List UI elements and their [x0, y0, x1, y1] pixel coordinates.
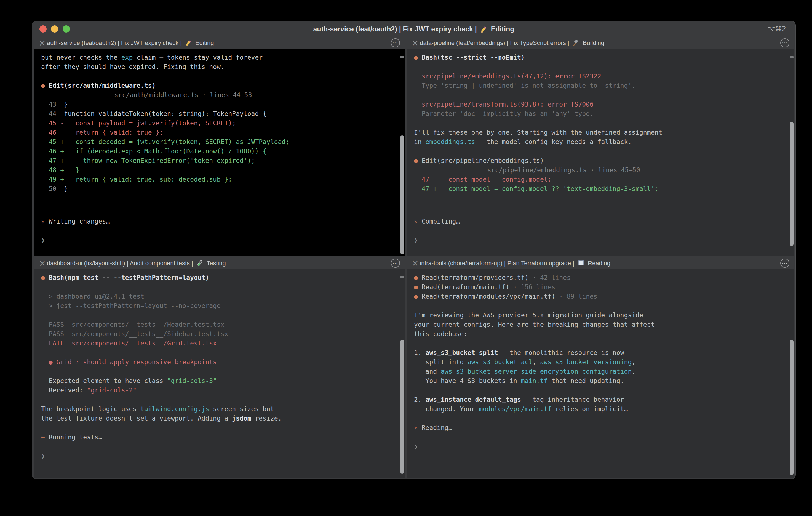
blank-line — [414, 432, 794, 442]
zoom-window-button[interactable] — [63, 25, 70, 33]
terminal-line: PASS src/components/__tests__/Header.tes… — [41, 320, 405, 329]
terminal-line: 47 - const model = config.model; — [414, 175, 794, 184]
blank-line — [41, 282, 405, 292]
terminal-line: ● Edit(src/pipeline/embeddings.ts) — [414, 156, 794, 165]
terminal-line: and aws_s3_bucket_server_side_encryption… — [414, 367, 794, 376]
terminal-line: > jest --testPathPattern=layout --no-cov… — [41, 301, 405, 310]
terminal-line: Expected element to have class "grid-col… — [41, 376, 405, 385]
terminal-line: I'll fix these one by one. Starting with… — [414, 128, 794, 137]
terminal-line: 45 + const decoded = jwt.verify(token, S… — [41, 137, 405, 146]
terminal-content[interactable]: ● Read(terraform/providers.tf) · 42 line… — [407, 269, 794, 478]
window-title: auth-service (feat/oauth2) | Fix JWT exp… — [32, 25, 795, 33]
options-icon[interactable]: ··· — [780, 259, 789, 268]
window-titlebar[interactable]: auth-service (feat/oauth2) | Fix JWT exp… — [32, 21, 795, 37]
options-icon[interactable]: ··· — [780, 38, 789, 48]
pane-tab-title: dashboard-ui (fix/layout-shift) | Audit … — [47, 260, 226, 267]
terminal-line: 44 function validateToken(token: string)… — [41, 109, 405, 118]
terminal-line: ● Bash(tsc --strict --noEmit) — [414, 53, 794, 62]
close-pane-icon[interactable]: × — [37, 259, 47, 267]
terminal-line: FAIL src/components/__tests__/Grid.test.… — [41, 339, 405, 348]
terminal-line: PASS src/components/__tests__/Sidebar.te… — [41, 329, 405, 339]
blank-line — [414, 90, 794, 99]
terminal-line: 47 + const model = config.model ?? 'text… — [414, 184, 794, 194]
window-shortcut: ⌥⌘2 — [767, 21, 786, 37]
scrollbar-thumb[interactable] — [400, 136, 404, 254]
book-icon — [578, 260, 584, 266]
test-tube-icon — [196, 260, 203, 266]
terminal-line: this codebase: — [414, 329, 794, 339]
close-pane-icon[interactable]: × — [410, 39, 420, 47]
pane-tab-title: auth-service (feat/oauth2) | Fix JWT exp… — [47, 39, 214, 47]
scrollbar-thumb[interactable] — [790, 122, 793, 246]
terminal-line: after they should have expired. Fixing t… — [41, 62, 405, 71]
blank-line — [414, 226, 794, 235]
pane-tab-title: infra-tools (chore/terraform-up) | Plan … — [420, 260, 610, 267]
close-window-button[interactable] — [39, 25, 47, 33]
blank-line — [41, 71, 405, 81]
options-icon[interactable]: ··· — [391, 259, 400, 268]
tab-infra-tools[interactable]: × infra-tools (chore/terraform-up) | Pla… — [407, 257, 794, 269]
terminal-line: The breakpoint logic uses tailwind.confi… — [41, 404, 405, 413]
minimize-window-button[interactable] — [51, 25, 58, 33]
pane-tab-title: data-pipeline (feat/embeddings) | Fix Ty… — [420, 39, 604, 47]
blank-line — [41, 395, 405, 404]
terminal-line: split into aws_s3_bucket_acl, aws_s3_buc… — [414, 357, 794, 367]
terminal-line: 46 - return { valid: true }; — [41, 128, 405, 137]
pane-dashboard-ui: × dashboard-ui (fix/layout-shift) | Audi… — [34, 257, 405, 478]
prompt-line[interactable]: ❯ — [41, 235, 405, 245]
pane-infra-tools: × infra-tools (chore/terraform-up) | Pla… — [407, 257, 794, 478]
terminal-line: ● Edit(src/auth/middleware.ts) — [41, 81, 405, 90]
terminal-line: 49 + return { valid: true, sub: decoded.… — [41, 175, 405, 184]
terminal-content[interactable]: ● Bash(npm test -- --testPathPattern=lay… — [34, 269, 405, 478]
scrollbar-mark — [790, 56, 793, 58]
blank-line — [41, 207, 405, 217]
prompt-line[interactable]: ❯ — [414, 235, 794, 245]
blank-line — [414, 385, 794, 395]
tab-data-pipeline[interactable]: × data-pipeline (feat/embeddings) | Fix … — [407, 37, 794, 49]
terminal-line: ● Bash(npm test -- --testPathPattern=lay… — [41, 273, 405, 282]
scrollbar-mark — [400, 56, 404, 58]
terminal-line: I'm reviewing the AWS provider 5.x migra… — [414, 310, 794, 320]
terminal-line: ● Grid › should apply responsive breakpo… — [41, 357, 405, 367]
blank-line — [41, 442, 405, 451]
terminal-line: ● Read(terraform/main.tf) · 156 lines — [414, 282, 794, 292]
terminal-line: 1. aws_s3_bucket split — the monolithic … — [414, 348, 794, 357]
tab-dashboard-ui[interactable]: × dashboard-ui (fix/layout-shift) | Audi… — [34, 257, 405, 269]
blank-line — [414, 118, 794, 128]
close-pane-icon[interactable]: × — [410, 259, 420, 267]
blank-line — [41, 367, 405, 376]
diff-header-divider: src/pipeline/embeddings.ts · lines 45–50 — [414, 165, 745, 175]
tab-auth-service[interactable]: × auth-service (feat/oauth2) | Fix JWT e… — [34, 37, 405, 49]
window-title-status: Editing — [491, 25, 514, 33]
blank-line — [41, 226, 405, 235]
terminal-content[interactable]: ● Bash(tsc --strict --noEmit) src/pipeli… — [407, 49, 794, 256]
pane-data-pipeline: × data-pipeline (feat/embeddings) | Fix … — [407, 37, 794, 256]
prompt-line[interactable]: ❯ — [414, 442, 794, 451]
terminal-line: > dashboard-ui@2.4.1 test — [41, 292, 405, 301]
terminal-content[interactable]: but never checks the exp claim — tokens … — [34, 49, 405, 256]
terminal-line: 46 + if (decoded.exp < Math.floor(Date.n… — [41, 146, 405, 156]
blank-line — [414, 413, 794, 423]
hammer-icon — [573, 39, 579, 46]
scrollbar-mark — [400, 276, 404, 279]
window-title-text: auth-service (feat/oauth2) | Fix JWT exp… — [313, 25, 476, 33]
terminal-line: 2. aws_instance default_tags — tag inher… — [414, 395, 794, 404]
scrollbar-thumb[interactable] — [790, 340, 793, 475]
prompt-line[interactable]: ❯ — [41, 451, 405, 461]
terminal-line: your current configs. Here are the break… — [414, 320, 794, 329]
close-pane-icon[interactable]: × — [37, 39, 47, 47]
blank-line — [414, 301, 794, 310]
traffic-lights — [39, 21, 70, 37]
terminal-line: changed. Your modules/vpc/main.tf relies… — [414, 404, 794, 413]
scrollbar-thumb[interactable] — [400, 340, 404, 474]
terminal-line: the test fixture doesn't set a viewport.… — [41, 413, 405, 423]
terminal-line: ● Read(terraform/modules/vpc/main.tf) · … — [414, 292, 794, 301]
terminal-line: 48 + } — [41, 165, 405, 175]
terminal-line: src/pipeline/transform.ts(93,8): error T… — [414, 99, 794, 109]
terminal-line: Parameter 'doc' implicitly has an 'any' … — [414, 109, 794, 118]
options-icon[interactable]: ··· — [391, 38, 400, 48]
terminal-line: ✳ Reading… — [414, 423, 794, 432]
terminal-line: src/pipeline/embeddings.ts(47,12): error… — [414, 71, 794, 81]
section-rule — [41, 198, 405, 207]
blank-line — [41, 310, 405, 320]
